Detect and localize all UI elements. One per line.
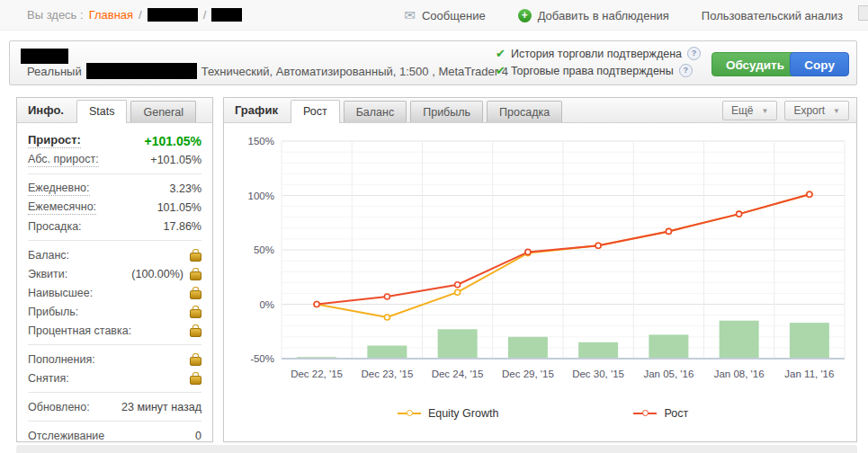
panel-toggle-icon[interactable] bbox=[858, 5, 868, 21]
question-icon[interactable]: ? bbox=[687, 47, 701, 60]
message-label: Сообщение bbox=[422, 9, 486, 22]
legend-rost[interactable]: Рост bbox=[633, 407, 688, 420]
stat-row-abs-gain: Абс. прирост: +101.05% bbox=[28, 150, 201, 169]
custom-analysis-link[interactable]: Пользовательский анализ bbox=[702, 9, 843, 22]
discuss-button[interactable]: Обсудить bbox=[711, 52, 799, 76]
legend-marker-rost-icon bbox=[633, 413, 657, 414]
legend-label-equity: Equity Growth bbox=[428, 407, 499, 420]
tab-balance[interactable]: Баланс bbox=[344, 101, 407, 122]
breadcrumb-separator: / bbox=[139, 8, 142, 22]
add-to-watch-label: Добавить в наблюдения bbox=[538, 9, 669, 22]
account-header: Реальный Технический, Автоматизированный… bbox=[9, 40, 857, 85]
lock-icon bbox=[190, 309, 201, 318]
lock-icon bbox=[190, 271, 201, 280]
custom-analysis-label: Пользовательский анализ bbox=[702, 9, 843, 22]
svg-text:Jan 05, '16: Jan 05, '16 bbox=[643, 369, 694, 379]
svg-text:Dec 29, '15: Dec 29, '15 bbox=[502, 369, 554, 379]
svg-text:-50%: -50% bbox=[250, 353, 274, 364]
svg-text:100%: 100% bbox=[248, 191, 274, 201]
tab-general[interactable]: General bbox=[130, 101, 195, 122]
breadcrumb: Вы здесь : Главная / / bbox=[27, 8, 242, 22]
tab-stats[interactable]: Stats bbox=[76, 100, 128, 123]
message-link[interactable]: ✉ Сообщение bbox=[404, 7, 485, 23]
svg-text:Dec 22, '15: Dec 22, '15 bbox=[291, 369, 343, 379]
chart-panel-title: График bbox=[235, 103, 278, 117]
svg-text:50%: 50% bbox=[254, 244, 274, 255]
chart-toolbar: Ещё ▼ Export ▼ bbox=[722, 101, 849, 120]
divider bbox=[28, 421, 201, 422]
breadcrumb-bar: Вы здесь : Главная / / ✉ Сообщение + Доб… bbox=[0, 0, 868, 31]
message-icon: ✉ bbox=[404, 7, 416, 23]
chart-legend: Equity Growth Рост bbox=[229, 407, 856, 420]
legend-label-rost: Рост bbox=[664, 407, 688, 420]
tab-drawdown[interactable]: Просадка bbox=[487, 101, 562, 122]
question-icon[interactable]: ? bbox=[679, 64, 693, 77]
stat-row-drawdown: Просадка: 17.86% bbox=[28, 217, 201, 235]
page: Вы здесь : Главная / / ✉ Сообщение + Доб… bbox=[0, 0, 868, 453]
check-icon: ✔ bbox=[496, 64, 506, 77]
info-stats-list: Прирост: +101.05% Абс. прирост: +101.05%… bbox=[17, 123, 212, 445]
tab-profit[interactable]: Прибыль bbox=[410, 101, 483, 122]
account-details-row: Реальный Технический, Автоматизированный… bbox=[27, 63, 508, 79]
growth-chart[interactable]: 150%100%50%0%-50%Dec 22, '15Dec 23, '15D… bbox=[229, 129, 852, 393]
redacted-page-crumb bbox=[211, 8, 242, 22]
redacted-account-info bbox=[86, 63, 197, 79]
chart-tabstrip: График Рост Баланс Прибыль Просадка Ещё … bbox=[224, 98, 856, 123]
stat-row-withdrawals: Снятия: bbox=[28, 369, 201, 387]
add-to-watch-link[interactable]: + Добавить в наблюдения bbox=[518, 9, 669, 22]
svg-text:150%: 150% bbox=[248, 136, 274, 147]
lock-icon bbox=[190, 357, 201, 366]
verify-rights-row: ✔ Торговые права подтверждены ? bbox=[496, 64, 701, 77]
redacted-account-crumb bbox=[148, 8, 198, 22]
breadcrumb-label: Вы здесь : bbox=[27, 8, 84, 22]
svg-text:0%: 0% bbox=[259, 299, 274, 310]
next-section-edge bbox=[16, 445, 857, 453]
stat-row-highest: Наивысшее: bbox=[28, 283, 201, 302]
stat-row-monthly: Ежемесячно: 101.05% bbox=[28, 198, 201, 217]
svg-text:Dec 24, '15: Dec 24, '15 bbox=[432, 369, 484, 379]
svg-text:Dec 30, '15: Dec 30, '15 bbox=[572, 369, 624, 379]
info-tabstrip: Инфо. Stats General bbox=[17, 98, 212, 123]
stat-row-daily: Ежедневно: 3.23% bbox=[28, 179, 201, 198]
more-dropdown[interactable]: Ещё ▼ bbox=[722, 101, 777, 120]
redacted-account-name bbox=[21, 49, 68, 64]
top-actions: ✉ Сообщение + Добавить в наблюдения Поль… bbox=[404, 7, 843, 23]
lock-icon bbox=[190, 253, 201, 262]
lock-icon bbox=[190, 376, 201, 385]
export-dropdown[interactable]: Export ▼ bbox=[784, 101, 849, 120]
info-panel: Инфо. Stats General Прирост: +101.05% Аб… bbox=[16, 97, 213, 442]
chevron-down-icon: ▼ bbox=[833, 107, 840, 115]
svg-text:Jan 11, '16: Jan 11, '16 bbox=[784, 369, 834, 379]
svg-text:Jan 08, '16: Jan 08, '16 bbox=[714, 369, 765, 379]
stat-row-tracking: Отслеживание 0 bbox=[28, 426, 201, 445]
divider bbox=[28, 173, 201, 174]
chart-body: 150%100%50%0%-50%Dec 22, '15Dec 23, '15D… bbox=[224, 123, 856, 420]
stat-row-updated: Обновлено: 23 минут назад bbox=[28, 397, 201, 416]
stat-row-equity: Эквити: (100.00%) bbox=[28, 264, 201, 283]
stat-row-interest: Процентная ставка: bbox=[28, 321, 201, 340]
check-icon: ✔ bbox=[496, 47, 506, 60]
legend-equity-growth[interactable]: Equity Growth bbox=[398, 407, 499, 420]
stat-row-deposits: Пополнения: bbox=[28, 350, 201, 369]
stat-row-gain: Прирост: +101.05% bbox=[28, 131, 201, 150]
lock-icon bbox=[190, 290, 201, 299]
breadcrumb-separator: / bbox=[203, 8, 207, 22]
tab-growth[interactable]: Рост bbox=[291, 100, 340, 123]
divider bbox=[28, 344, 201, 345]
verification-block: ✔ История торговли подтверждена ? ✔ Торг… bbox=[496, 47, 701, 81]
account-details: Технический, Автоматизированный, 1:500 ,… bbox=[201, 65, 508, 78]
account-type: Реальный bbox=[27, 65, 82, 78]
copy-button[interactable]: Copy bbox=[790, 52, 849, 76]
chevron-down-icon: ▼ bbox=[761, 107, 768, 115]
stat-row-balance: Баланс: bbox=[28, 245, 201, 264]
svg-text:Dec 23, '15: Dec 23, '15 bbox=[361, 369, 413, 379]
breadcrumb-home-link[interactable]: Главная bbox=[89, 8, 133, 22]
add-icon: + bbox=[518, 9, 532, 22]
verify-rights-label: Торговые права подтверждены bbox=[511, 65, 674, 77]
chart-panel: График Рост Баланс Прибыль Просадка Ещё … bbox=[223, 97, 857, 442]
lock-icon bbox=[190, 328, 201, 337]
info-panel-title: Инфо. bbox=[28, 103, 64, 117]
stat-row-profit: Прибыль: bbox=[28, 302, 201, 321]
divider bbox=[28, 240, 201, 241]
legend-marker-equity-icon bbox=[398, 413, 421, 414]
